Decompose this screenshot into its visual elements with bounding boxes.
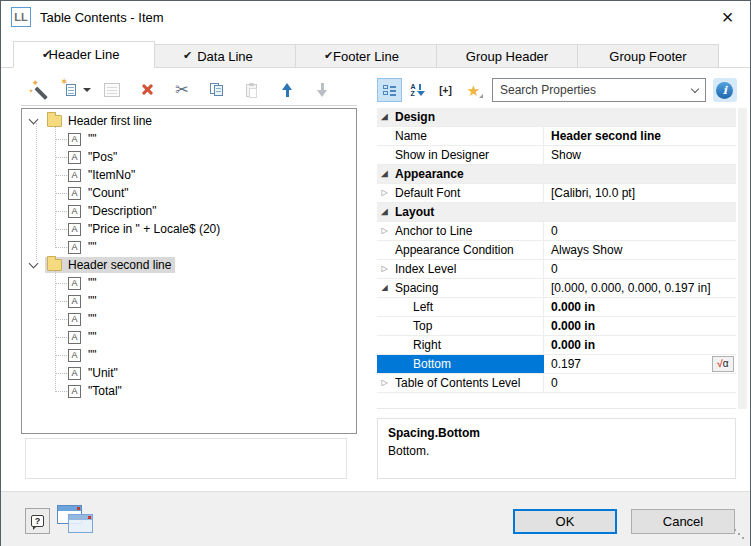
move-down-button[interactable] — [308, 77, 336, 103]
properties-toolbar: AZ[+]★ i — [377, 74, 737, 106]
property-label: Design — [392, 108, 736, 126]
expand-all-button[interactable]: [+] — [433, 78, 458, 102]
property-description-text: Bottom. — [388, 444, 725, 458]
insert-new-line-button[interactable]: ✶ — [62, 77, 91, 103]
tab-footer-line[interactable]: ✔Footer Line — [295, 44, 437, 67]
tree-item[interactable]: A"" — [22, 238, 356, 256]
categorized-icon — [383, 84, 397, 97]
dropdown-chevron-icon[interactable] — [686, 79, 705, 101]
tree-item[interactable]: A"Description" — [22, 202, 356, 220]
tree-group-header-first-line[interactable]: Header first line — [22, 112, 356, 130]
chevron-down-icon[interactable] — [29, 259, 39, 269]
resize-grip-icon[interactable] — [734, 529, 736, 531]
property-row-show-in-designer[interactable]: Show in DesignerShow — [377, 146, 736, 165]
property-value[interactable]: 0.000 in — [544, 298, 736, 316]
property-value[interactable]: [Calibri, 10.0 pt] — [544, 184, 736, 202]
favorites-button[interactable]: ★ — [461, 78, 486, 102]
property-category-layout[interactable]: ◢Layout — [377, 203, 736, 222]
tab-label: Group Header — [466, 49, 548, 64]
search-properties-input[interactable] — [493, 83, 686, 97]
expand-icon[interactable]: ▷ — [381, 227, 387, 235]
categorized-view-button[interactable] — [377, 78, 402, 102]
paste-button[interactable] — [238, 77, 266, 103]
tab-group-footer[interactable]: Group Footer — [577, 44, 719, 67]
move-up-button[interactable] — [273, 77, 301, 103]
cascade-windows-icon[interactable] — [55, 503, 97, 539]
collapse-icon[interactable]: ◢ — [381, 113, 387, 121]
property-row-default-font[interactable]: ▷Default Font[Calibri, 10.0 pt] — [377, 184, 736, 203]
tree-item[interactable]: A"Pos" — [22, 148, 356, 166]
tree-item[interactable]: A"" — [22, 130, 356, 148]
property-row-table-of-contents-level[interactable]: ▷Table of Contents Level0 — [377, 374, 736, 393]
property-value[interactable]: 0 — [544, 374, 736, 392]
tab-header-line[interactable]: ✔Header Line — [13, 41, 155, 68]
property-label: Appearance Condition — [392, 241, 544, 259]
tree-group-header-second-line[interactable]: Header second line — [22, 256, 356, 274]
expand-icon[interactable]: ▷ — [381, 189, 387, 197]
property-value[interactable]: 0.000 in — [544, 317, 736, 335]
properties-icon — [104, 83, 120, 97]
line-properties-button[interactable] — [98, 77, 126, 103]
text-field-icon: A — [68, 331, 81, 344]
tab-data-line[interactable]: ✔Data Line — [154, 44, 296, 67]
tree-item[interactable]: A"" — [22, 274, 356, 292]
property-value[interactable]: 0.197√α — [544, 355, 736, 373]
chevron-down-icon[interactable] — [29, 115, 39, 125]
sort-alphabetical-button[interactable]: AZ — [405, 78, 430, 102]
property-row-right[interactable]: Right0.000 in — [377, 336, 736, 355]
property-category-appearance[interactable]: ◢Appearance — [377, 165, 736, 184]
copy-button[interactable] — [203, 77, 231, 103]
property-row-left[interactable]: Left0.000 in — [377, 298, 736, 317]
tree-item[interactable]: A"Total" — [22, 382, 356, 400]
property-value[interactable]: 0 — [544, 222, 736, 240]
line-preview-box — [25, 438, 347, 479]
tree-item[interactable]: A"" — [22, 328, 356, 346]
expand-icon[interactable]: ▷ — [381, 265, 387, 273]
property-row-bottom[interactable]: Bottom0.197√α — [377, 355, 736, 374]
property-row-index-level[interactable]: ▷Index Level0 — [377, 260, 736, 279]
property-label: Appearance — [392, 165, 736, 183]
tree-item[interactable]: A"" — [22, 310, 356, 328]
formula-editor-button[interactable]: √α — [712, 356, 734, 372]
tree-item-label: "" — [88, 276, 97, 290]
expand-icon[interactable]: ▷ — [381, 379, 387, 387]
property-value[interactable]: 0.000 in — [544, 336, 736, 354]
collapse-icon[interactable]: ◢ — [381, 284, 387, 292]
help-button[interactable]: ? — [25, 508, 50, 534]
property-row-name[interactable]: NameHeader second line — [377, 127, 736, 146]
close-button[interactable]: × — [705, 2, 750, 33]
arrow-up-icon — [282, 83, 293, 97]
tree-item[interactable]: A"Unit" — [22, 364, 356, 382]
property-value[interactable]: Always Show — [544, 241, 736, 259]
tab-group-header[interactable]: Group Header — [436, 44, 578, 67]
text-field-icon: A — [68, 133, 81, 146]
search-properties-combobox[interactable] — [492, 78, 706, 102]
cut-button[interactable]: ✂ — [168, 77, 196, 103]
edit-with-wizard-button[interactable]: ✦✦ — [27, 77, 55, 103]
tab-label: Data Line — [197, 49, 253, 64]
property-label: Right — [392, 336, 544, 354]
tree-item[interactable]: A"Price in " + Locale$ (20) — [22, 220, 356, 238]
property-row-spacing[interactable]: ◢Spacing[0.000, 0.000, 0.000, 0.197 in] — [377, 279, 736, 298]
info-icon: i — [716, 82, 733, 99]
property-row-top[interactable]: Top0.000 in — [377, 317, 736, 336]
tree-item[interactable]: A"" — [22, 346, 356, 364]
tree-item[interactable]: A"" — [22, 292, 356, 310]
collapse-icon[interactable]: ◢ — [381, 208, 387, 216]
info-button[interactable]: i — [713, 78, 737, 102]
property-value[interactable]: 0 — [544, 260, 736, 278]
delete-line-button[interactable] — [133, 77, 161, 103]
property-category-design[interactable]: ◢Design — [377, 108, 736, 127]
property-row-anchor-to-line[interactable]: ▷Anchor to Line0 — [377, 222, 736, 241]
cancel-button[interactable]: Cancel — [631, 509, 735, 534]
ok-button[interactable]: OK — [513, 509, 617, 534]
tree-item[interactable]: A"Count" — [22, 184, 356, 202]
property-value[interactable]: Show — [544, 146, 736, 164]
property-value[interactable]: [0.000, 0.000, 0.000, 0.197 in] — [544, 279, 736, 297]
property-row-appearance-condition[interactable]: Appearance ConditionAlways Show — [377, 241, 736, 260]
properties-scrollbar[interactable] — [738, 108, 747, 409]
collapse-icon[interactable]: ◢ — [381, 170, 387, 178]
property-value[interactable]: Header second line — [544, 127, 736, 145]
tree-item[interactable]: A"ItemNo" — [22, 166, 356, 184]
property-label: Index Level — [392, 260, 544, 278]
